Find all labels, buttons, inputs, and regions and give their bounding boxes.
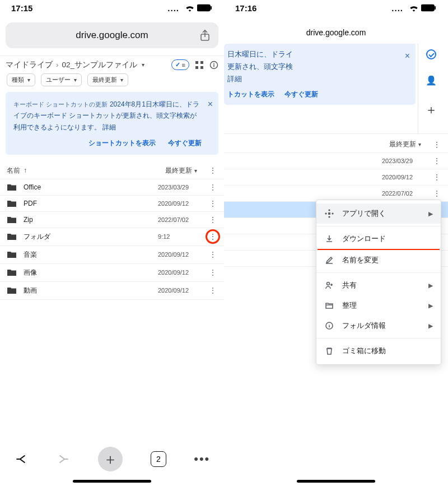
cell-dots-icon: .... bbox=[167, 3, 179, 13]
pencil-icon bbox=[324, 255, 334, 265]
row-date: 2022/07/02 bbox=[158, 216, 197, 223]
breadcrumb-root[interactable]: マイドライブ bbox=[6, 60, 53, 70]
submenu-arrow-icon: ▶ bbox=[428, 282, 433, 289]
menu-share[interactable]: 共有 ▶ bbox=[316, 275, 441, 295]
table-row[interactable]: 音楽2020/09/12⋮ bbox=[0, 246, 224, 264]
banner-detail-link[interactable]: 詳細 bbox=[102, 123, 116, 131]
row-date: 2022/07/02 bbox=[382, 190, 421, 197]
url-host[interactable]: drive.google.com bbox=[224, 16, 448, 43]
left-screenshot: 17:15 .... drive.google.com マイドライブ › 02_… bbox=[0, 0, 224, 486]
header-kebab-icon[interactable]: ⋮ bbox=[208, 166, 217, 174]
info-icon bbox=[324, 321, 334, 331]
row-kebab-icon[interactable]: ⋮ bbox=[208, 233, 217, 240]
table-row[interactable]: 2023/03/29⋮ bbox=[224, 153, 448, 169]
row-date: 2020/09/12 bbox=[158, 269, 197, 276]
row-kebab-icon[interactable]: ⋮ bbox=[208, 269, 217, 276]
row-name: Zip bbox=[24, 216, 33, 224]
row-kebab-icon[interactable]: ⋮ bbox=[208, 216, 217, 224]
row-name: 動画 bbox=[24, 286, 37, 295]
info-icon[interactable] bbox=[209, 61, 218, 70]
sort-asc-icon[interactable]: ↑ bbox=[24, 166, 27, 174]
col-updated[interactable]: 最終更新▾ bbox=[389, 140, 421, 149]
list-header: 最終更新▾ ⋮ bbox=[224, 133, 448, 153]
row-name: Office bbox=[24, 183, 41, 191]
shortcut-update-banner: × キーボード ショートカットの更新2024年8月1日木曜日に、ドライブのキーボ… bbox=[6, 92, 218, 155]
show-shortcuts-link[interactable]: ショートカットを表示 bbox=[88, 137, 156, 149]
menu-download[interactable]: ダウンロード bbox=[316, 229, 441, 249]
row-date: 2020/09/12 bbox=[158, 200, 197, 207]
view-grid-icon[interactable] bbox=[195, 61, 204, 70]
show-shortcuts-link[interactable]: トカットを表示 bbox=[227, 89, 274, 100]
row-kebab-icon[interactable]: ⋮ bbox=[432, 189, 441, 197]
back-button[interactable] bbox=[14, 452, 29, 466]
chevron-down-icon[interactable]: ▾ bbox=[142, 62, 144, 68]
header-kebab-icon[interactable]: ⋮ bbox=[432, 141, 441, 149]
url-bar[interactable]: drive.google.com bbox=[6, 22, 218, 48]
close-icon[interactable]: × bbox=[405, 48, 410, 63]
svg-rect-1 bbox=[198, 6, 208, 10]
table-row[interactable]: 動画2020/09/12⋮ bbox=[0, 282, 224, 300]
folder-icon bbox=[7, 216, 17, 224]
row-date: 2020/09/12 bbox=[158, 287, 197, 294]
menu-info[interactable]: フォルダ情報 ▶ bbox=[316, 316, 441, 336]
more-button[interactable]: ••• bbox=[194, 452, 210, 466]
update-now-link[interactable]: 今すぐ更新 bbox=[168, 137, 202, 149]
menu-organize[interactable]: 整理 ▶ bbox=[316, 295, 441, 316]
row-kebab-icon[interactable]: ⋮ bbox=[208, 200, 217, 207]
side-panel: 👤 ＋ bbox=[418, 44, 444, 133]
folder-icon bbox=[7, 233, 17, 240]
svg-rect-3 bbox=[195, 61, 198, 64]
svg-rect-9 bbox=[422, 6, 432, 10]
table-row[interactable]: Zip2022/07/02⋮ bbox=[0, 212, 224, 228]
submenu-arrow-icon: ▶ bbox=[428, 210, 433, 217]
row-name: PDF bbox=[24, 200, 37, 207]
row-kebab-icon[interactable]: ⋮ bbox=[208, 251, 217, 258]
row-kebab-icon[interactable]: ⋮ bbox=[208, 286, 217, 294]
col-name[interactable]: 名前 bbox=[7, 166, 20, 175]
folder-icon bbox=[7, 269, 17, 276]
status-bar: 17:15 .... bbox=[0, 0, 224, 16]
row-kebab-icon[interactable]: ⋮ bbox=[432, 157, 441, 165]
submenu-arrow-icon: ▶ bbox=[428, 302, 433, 309]
cell-dots-icon: .... bbox=[391, 3, 403, 13]
row-date: 2020/09/12 bbox=[382, 174, 421, 180]
menu-rename[interactable]: 名前を変更 bbox=[316, 250, 441, 270]
svg-rect-10 bbox=[328, 212, 330, 215]
chip-user[interactable]: ユーザー▾ bbox=[41, 73, 82, 86]
table-row[interactable]: 2020/09/12⋮ bbox=[224, 169, 448, 186]
folder-icon bbox=[7, 200, 17, 207]
row-kebab-icon[interactable]: ⋮ bbox=[208, 183, 217, 191]
filter-chips: 種類▾ ユーザー▾ 最終更新▾ bbox=[0, 73, 224, 91]
new-tab-button[interactable]: ＋ bbox=[98, 447, 123, 471]
table-row[interactable]: フォルダ9:12⋮ bbox=[0, 228, 224, 246]
shortcut-update-banner: × 日木曜日に、ドライ 更新され、頭文字検 詳細 トカットを表示 今すぐ更新 bbox=[224, 44, 416, 105]
table-row[interactable]: 画像2020/09/12⋮ bbox=[0, 264, 224, 282]
view-list-toggle[interactable]: ✓≡ bbox=[171, 59, 189, 70]
wifi-icon bbox=[185, 4, 195, 12]
close-icon[interactable]: × bbox=[208, 96, 213, 112]
menu-open-with[interactable]: アプリで開く ▶ bbox=[316, 203, 441, 224]
table-row[interactable]: Office2023/03/29⋮ bbox=[0, 179, 224, 196]
tasks-icon[interactable] bbox=[426, 49, 436, 59]
add-addon-icon[interactable]: ＋ bbox=[425, 101, 437, 118]
tabs-button[interactable]: 2 bbox=[151, 451, 166, 467]
chip-type[interactable]: 種類▾ bbox=[7, 73, 35, 86]
col-updated[interactable]: 最終更新▾ bbox=[165, 166, 197, 175]
row-kebab-icon[interactable]: ⋮ bbox=[432, 173, 441, 181]
clock: 17:16 bbox=[235, 3, 256, 13]
svg-point-11 bbox=[327, 283, 330, 285]
trash-icon bbox=[324, 346, 334, 356]
breadcrumb-current[interactable]: 02_サンプルファイル bbox=[62, 60, 138, 70]
row-date: 2023/03/29 bbox=[382, 158, 421, 164]
folder-icon bbox=[7, 183, 17, 191]
table-row[interactable]: PDF2020/09/12⋮ bbox=[0, 196, 224, 212]
contacts-icon[interactable]: 👤 bbox=[426, 75, 437, 86]
update-now-link[interactable]: 今すぐ更新 bbox=[284, 89, 318, 100]
menu-trash[interactable]: ゴミ箱に移動 bbox=[316, 341, 441, 361]
share-icon[interactable] bbox=[198, 29, 212, 42]
forward-button[interactable] bbox=[56, 452, 71, 466]
battery-icon bbox=[197, 4, 213, 12]
row-date: 2023/03/29 bbox=[158, 184, 197, 191]
home-indicator bbox=[297, 480, 375, 483]
chip-updated[interactable]: 最終更新▾ bbox=[87, 73, 128, 86]
